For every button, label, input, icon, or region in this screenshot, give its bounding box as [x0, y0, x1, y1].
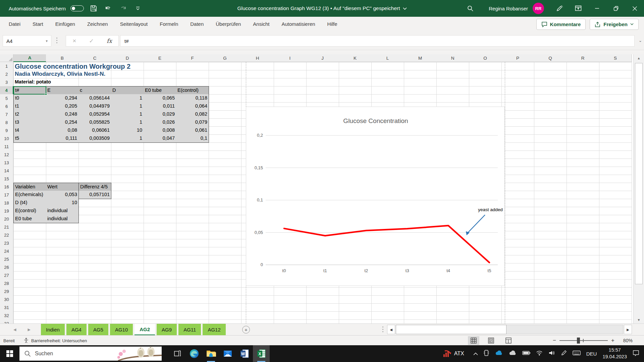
cell-B7[interactable]: 0,248	[46, 110, 79, 119]
cell-C4[interactable]: c	[78, 86, 111, 95]
fill-handle[interactable]	[45, 93, 47, 95]
row-header-8[interactable]: 8	[0, 118, 13, 127]
insert-function-icon[interactable]: fx	[107, 38, 112, 44]
grid[interactable]: ABCDEFGHIJKLMNOPQRS123456789101112131415…	[0, 54, 633, 323]
restore-icon[interactable]	[606, 0, 625, 17]
column-header-J[interactable]: J	[306, 54, 339, 62]
clock[interactable]: 15:57 19.04.2023	[602, 347, 627, 360]
row-header-13[interactable]: 13	[0, 159, 13, 167]
undo-icon[interactable]	[103, 3, 113, 13]
row-header-26[interactable]: 26	[0, 263, 13, 272]
sheet-tab-ag10[interactable]: AG10	[110, 324, 133, 336]
cell-C9[interactable]: 0,06061	[78, 126, 111, 135]
chart[interactable]: Glucose Concentration00,050,10,150,2t0t1…	[246, 107, 505, 286]
zoom-out-button[interactable]: −	[553, 337, 556, 344]
chevron-down-icon[interactable]: ▾	[46, 39, 48, 43]
column-header-L[interactable]: L	[371, 54, 404, 62]
language-indicator[interactable]: DEU	[586, 351, 597, 357]
wifi-icon[interactable]	[536, 350, 543, 357]
cell-A7[interactable]: t2	[13, 110, 46, 119]
notification-icon[interactable]	[633, 350, 639, 358]
row-header-11[interactable]: 11	[0, 142, 13, 151]
sheet-tab-indien[interactable]: Indien	[41, 324, 65, 336]
sheet-tab-ag11[interactable]: AG11	[178, 324, 201, 336]
taskbar-search[interactable]: Suchen	[19, 347, 162, 361]
ribbon-display-icon[interactable]	[569, 0, 588, 17]
row-header-17[interactable]: 17	[0, 191, 13, 199]
row-header-29[interactable]: 29	[0, 287, 13, 296]
cell-D6[interactable]: 1	[111, 102, 144, 111]
cell-E6[interactable]: 0,011	[144, 102, 176, 111]
cell-E10[interactable]: 0,047	[144, 134, 176, 143]
search-icon[interactable]	[465, 3, 475, 13]
cell-B20[interactable]: individual	[46, 215, 79, 223]
add-sheet-button[interactable]: +	[242, 326, 250, 334]
ribbon-tab-seitenlayout[interactable]: Seitenlayout	[114, 17, 154, 32]
row-header-4[interactable]: 4	[0, 86, 13, 95]
cell-B9[interactable]: 0,08	[46, 126, 79, 135]
cell-A2[interactable]: Nadia Włodarczyk, Olivia Nestl-N.	[13, 70, 46, 78]
ribbon-tab-formeln[interactable]: Formeln	[154, 17, 184, 32]
row-header-33[interactable]: 33	[0, 319, 13, 323]
row-header-5[interactable]: 5	[0, 94, 13, 103]
row-header-6[interactable]: 6	[0, 102, 13, 111]
cell-A10[interactable]: t5	[13, 134, 46, 143]
cell-D10[interactable]: 1	[111, 134, 144, 143]
column-header-B[interactable]: B	[46, 54, 79, 62]
cell-C8[interactable]: 0,055825	[78, 118, 111, 127]
row-header-30[interactable]: 30	[0, 295, 13, 304]
column-header-M[interactable]: M	[404, 54, 437, 62]
row-header-10[interactable]: 10	[0, 134, 13, 143]
sheet-tab-ag4[interactable]: AG4	[66, 324, 87, 336]
formula-expand-icon[interactable]: ⌄	[639, 38, 642, 43]
cell-D8[interactable]: 1	[111, 118, 144, 127]
scroll-left-icon[interactable]: ◀	[387, 325, 395, 334]
horizontal-scroll-thumb[interactable]	[396, 325, 506, 334]
row-header-14[interactable]: 14	[0, 167, 13, 175]
cell-E4[interactable]: E0 tube	[144, 86, 176, 95]
cell-C17[interactable]: 0,057101	[78, 191, 111, 199]
ribbon-tab-zeichnen[interactable]: Zeichnen	[81, 17, 114, 32]
phone-icon[interactable]	[484, 350, 489, 358]
zoom-level[interactable]: 80%	[618, 338, 633, 343]
cell-C10[interactable]: 0,003509	[78, 134, 111, 143]
row-header-23[interactable]: 23	[0, 239, 13, 247]
avatar[interactable]: RR	[533, 3, 544, 14]
excel-button[interactable]: X	[253, 345, 270, 362]
cell-B10[interactable]: 0,111	[46, 134, 79, 143]
zoom-in-button[interactable]: +	[611, 337, 614, 344]
column-header-O[interactable]: O	[469, 54, 502, 62]
normal-view-button[interactable]	[468, 336, 479, 345]
ribbon-tab-hilfe[interactable]: Hilfe	[321, 17, 343, 32]
row-header-16[interactable]: 16	[0, 183, 13, 191]
page-layout-view-button[interactable]	[485, 336, 497, 345]
cell-F8[interactable]: 0,079	[176, 118, 209, 127]
cell-B4[interactable]: E	[46, 86, 79, 95]
save-icon[interactable]	[89, 3, 99, 13]
column-header-C[interactable]: C	[78, 54, 111, 62]
row-header-22[interactable]: 22	[0, 231, 13, 239]
cell-A17[interactable]: E(chemicals)	[13, 191, 46, 199]
cell-A1[interactable]: Glucose concentration Workgroup 2	[13, 62, 46, 70]
file-explorer-button[interactable]	[203, 345, 219, 362]
ribbon-tab-ansicht[interactable]: Ansicht	[247, 17, 275, 32]
cell-D7[interactable]: 1	[111, 110, 144, 119]
cell-A18[interactable]: D (t4)	[13, 199, 46, 207]
ribbon-tab-überprüfen[interactable]: Überprüfen	[210, 17, 247, 32]
row-header-3[interactable]: 3	[0, 78, 13, 86]
pen-icon[interactable]	[561, 350, 567, 357]
ribbon-tab-daten[interactable]: Daten	[184, 17, 210, 32]
row-header-9[interactable]: 9	[0, 126, 13, 135]
cell-A19[interactable]: E(control)	[13, 207, 46, 215]
column-header-K[interactable]: K	[339, 54, 372, 62]
start-button[interactable]	[0, 345, 19, 362]
column-header-R[interactable]: R	[567, 54, 599, 62]
cell-C7[interactable]: 0,052954	[78, 110, 111, 119]
cell-B5[interactable]: 0,294	[46, 94, 79, 103]
atx-app[interactable]: ATX	[443, 350, 464, 358]
cell-E8[interactable]: 0,026	[144, 118, 176, 127]
sheet-tab-ag12[interactable]: AG12	[203, 324, 225, 336]
zoom-slider[interactable]	[559, 340, 608, 341]
row-header-25[interactable]: 25	[0, 255, 13, 263]
comments-button[interactable]: Kommentare	[536, 19, 586, 30]
